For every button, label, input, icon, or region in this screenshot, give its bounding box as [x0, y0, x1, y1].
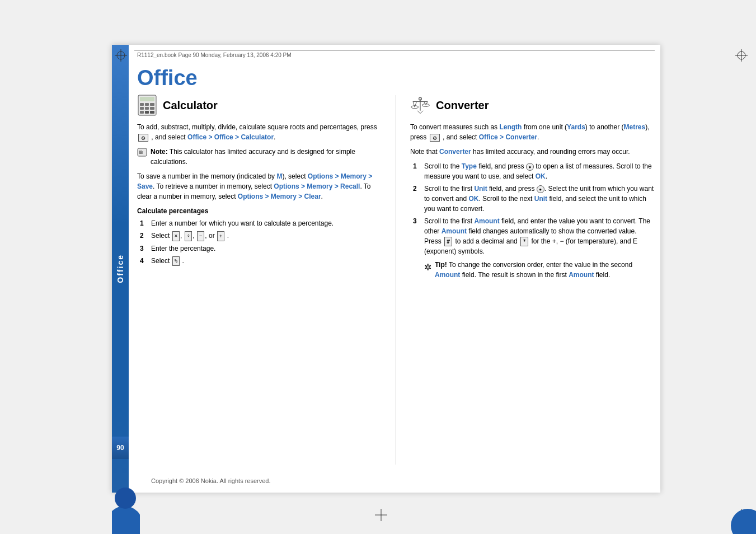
star-symbol: *: [520, 237, 528, 246]
svg-rect-8: [140, 111, 144, 114]
reg-mark-top-right: [735, 49, 748, 63]
calc-step-2: 2 Select ×, ÷, −, or + .: [140, 231, 382, 241]
plus-btn: +: [217, 231, 224, 241]
converter-header: Converter: [410, 95, 655, 115]
multiply-btn: ×: [172, 231, 180, 241]
percent-btn: %: [172, 256, 180, 266]
footer-copyright: Copyright © 2006 Nokia. All rights reser…: [151, 477, 271, 484]
svg-rect-1: [140, 97, 154, 101]
svg-rect-7: [150, 107, 154, 110]
note-label: Note:: [151, 148, 168, 156]
reg-mark-top-left: [115, 49, 127, 63]
hash-symbol: #: [444, 237, 452, 246]
column-divider: [396, 95, 396, 465]
deco-circle-right: [725, 503, 756, 534]
calculator-note: 🖹 Note: This calculator has limited accu…: [137, 147, 382, 167]
svg-rect-5: [140, 107, 144, 110]
deco-circles-left: [112, 484, 140, 534]
page-number-box: 90: [112, 437, 129, 459]
page-number: 90: [116, 444, 124, 452]
svg-rect-9: [145, 111, 149, 114]
calc-step-3: 3 Enter the percentage.: [140, 243, 382, 254]
page-content: R1112_en.book Page 90 Monday, February 1…: [129, 45, 660, 493]
office-calculator-link: Office > Office > Calculator: [187, 133, 274, 141]
converter-title: Converter: [436, 99, 489, 112]
converter-icon: [410, 95, 430, 115]
calculator-steps: 1 Enter a number for which you want to c…: [140, 218, 382, 266]
converter-note-text: Note that Converter has limited accuracy…: [410, 147, 655, 157]
conv-step-2: 2 Scroll to the first Unit field, and pr…: [413, 184, 655, 214]
svg-rect-6: [145, 107, 149, 110]
converter-intro: To convert measures such as Length from …: [410, 122, 655, 142]
divide-btn: ÷: [185, 231, 192, 241]
svg-rect-3: [145, 103, 149, 106]
main-page: Office 90 R1112_en.book Page 90 Monday, …: [112, 45, 660, 493]
svg-line-18: [415, 101, 416, 107]
svg-line-21: [426, 101, 428, 105]
calc-step-4: 4 Select % .: [140, 256, 382, 266]
calculator-column: Calculator To add, substract, multiply, …: [137, 95, 382, 465]
memory-save-text: To save a number in the memory (indicate…: [137, 171, 382, 202]
calculator-title: Calculator: [163, 99, 218, 112]
conv-step-3: 3 Scroll to the first Amount field, and …: [413, 216, 655, 284]
svg-line-20: [424, 101, 426, 105]
svg-rect-4: [150, 103, 154, 106]
calculator-icon: [137, 95, 157, 115]
reg-mark-bottom-center: [375, 509, 387, 523]
sidebar-tab: Office 90: [112, 45, 129, 493]
converter-column: Converter To convert measures such as Le…: [410, 95, 655, 465]
calculator-intro: To add, substract, multiply, divide, cal…: [137, 122, 382, 142]
header-info: R1112_en.book Page 90 Monday, February 1…: [134, 52, 292, 58]
svg-rect-10: [150, 111, 154, 114]
svg-text:🖹: 🖹: [139, 150, 143, 155]
page-title: Office: [137, 66, 198, 90]
calc-percentages-heading: Calculate percentages: [137, 207, 382, 215]
minus-btn: −: [197, 231, 204, 241]
calc-step-1: 1 Enter a number for which you want to c…: [140, 218, 382, 228]
tip-icon: ✲: [424, 261, 431, 274]
tip-box: ✲ Tip! To change the conversion order, e…: [424, 260, 655, 280]
sidebar-label: Office: [116, 254, 125, 283]
svg-line-17: [413, 101, 415, 107]
svg-rect-2: [140, 103, 144, 106]
converter-steps: 1 Scroll to the Type field, and press ● …: [413, 161, 655, 284]
calculator-header: Calculator: [137, 95, 382, 115]
conv-step-1: 1 Scroll to the Type field, and press ● …: [413, 161, 655, 181]
